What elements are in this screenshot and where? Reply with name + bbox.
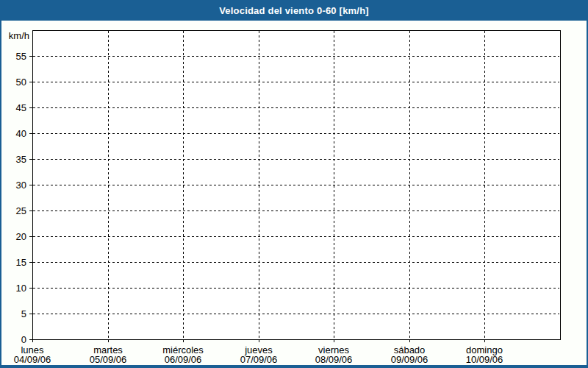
y-tick-mark (29, 314, 32, 314)
y-tick-label: 35 (1, 154, 26, 165)
h-gridline (33, 185, 559, 185)
y-tick-label: 5 (1, 308, 26, 319)
x-date-label: 10/09/06 (447, 355, 522, 364)
x-tick-mark (183, 340, 184, 344)
h-gridline (33, 314, 559, 314)
wind-speed-chart-window: Velocidad del viento 0-60 [km/h] km/h 05… (0, 0, 588, 368)
h-gridline (33, 288, 559, 289)
x-date-label: 08/09/06 (296, 355, 371, 364)
x-date-label: 05/09/06 (71, 355, 146, 364)
chart-title-bar: Velocidad del viento 0-60 [km/h] (0, 0, 588, 21)
y-tick-label: 45 (1, 102, 26, 113)
y-tick-mark (29, 262, 32, 263)
h-gridline (33, 262, 559, 263)
v-gridline (484, 31, 485, 339)
x-tick-mark (409, 340, 410, 344)
y-tick-mark (29, 159, 32, 160)
x-date-label: 04/09/06 (0, 355, 70, 364)
h-gridline (33, 133, 559, 134)
y-tick-mark (29, 107, 32, 108)
y-tick-mark (29, 236, 32, 237)
y-tick-label: 40 (1, 128, 26, 139)
y-tick-mark (29, 56, 32, 57)
v-gridline (409, 31, 410, 339)
x-tick-mark (334, 340, 334, 344)
y-tick-label: 25 (1, 205, 26, 216)
h-gridline (33, 107, 559, 108)
chart-title: Velocidad del viento 0-60 [km/h] (219, 5, 369, 16)
v-gridline (259, 31, 259, 339)
y-tick-label: 10 (1, 283, 26, 294)
y-tick-mark (29, 133, 32, 134)
y-axis-unit-label: km/h (1, 30, 29, 41)
y-tick-mark (29, 288, 32, 289)
y-tick-label: 50 (1, 77, 26, 88)
h-gridline (33, 56, 559, 57)
y-tick-mark (29, 210, 32, 211)
h-gridline (33, 236, 559, 237)
x-date-label: 09/09/06 (372, 355, 447, 364)
y-tick-label: 15 (1, 257, 26, 268)
x-tick-mark (259, 340, 259, 344)
h-gridline (33, 159, 559, 160)
y-tick-label: 20 (1, 231, 26, 242)
y-tick-label: 30 (1, 180, 26, 191)
v-gridline (334, 31, 334, 339)
v-gridline (183, 31, 184, 339)
h-gridline (33, 82, 559, 82)
y-tick-mark (29, 82, 32, 82)
y-tick-label: 0 (1, 334, 26, 345)
x-tick-mark (32, 340, 33, 344)
x-date-label: 07/09/06 (221, 355, 296, 364)
x-tick-mark (108, 340, 109, 344)
x-tick-mark (484, 340, 485, 344)
h-gridline (33, 210, 559, 211)
y-tick-label: 55 (1, 51, 26, 62)
v-gridline (108, 31, 109, 339)
x-date-label: 06/09/06 (146, 355, 220, 364)
y-tick-mark (29, 185, 32, 185)
